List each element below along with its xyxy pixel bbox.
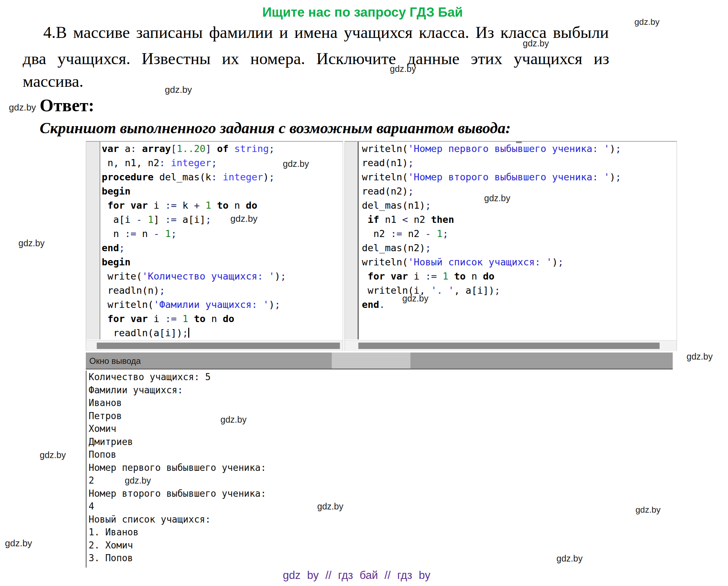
output-window-titlebar[interactable]: Окно вывода xyxy=(86,353,673,370)
code-editor-right-pane[interactable]: writeln('Номер первого выбывшего ученика… xyxy=(345,141,677,351)
gdz-watermark: gdz.by xyxy=(283,159,309,169)
output-line: 1. Иванов xyxy=(89,526,266,539)
code-line: end; xyxy=(102,241,286,255)
gdz-watermark: gdz.by xyxy=(5,538,32,549)
pascal-code-right: writeln('Номер первого выбывшего ученика… xyxy=(362,142,621,312)
output-window-title: Окно вывода xyxy=(89,356,141,366)
code-line: writeln(i, '. ', a[i]); xyxy=(362,283,621,298)
code-line: readln(n); xyxy=(102,283,286,298)
code-line: read(n1); xyxy=(362,156,621,170)
horizontal-scrollbar[interactable] xyxy=(345,340,677,351)
gdz-watermark: gdz.by xyxy=(402,293,429,304)
code-line: begin xyxy=(102,255,286,269)
gdz-watermark: gdz.by xyxy=(220,415,247,425)
code-line: writeln('Номер второго выбывшего ученика… xyxy=(362,170,621,184)
code-line: n := n - 1; xyxy=(102,227,286,241)
pascal-code-left: var a: array[1..20] of string; n, n1, n2… xyxy=(102,142,286,340)
code-line: del_mas(n2); xyxy=(362,241,621,255)
output-line: Номер второго выбывшего ученика: xyxy=(89,487,266,500)
code-line: writeln('Новый список учащихся: '); xyxy=(362,255,621,269)
output-line: Фамилии учащихся: xyxy=(89,384,266,397)
gdz-watermark: gdz.by xyxy=(165,84,192,95)
page-root: { "header": { "text": "Ищите нас по запр… xyxy=(0,0,728,586)
gdz-watermark: gdz.by xyxy=(9,102,36,113)
output-line: 4 xyxy=(89,500,266,513)
gdz-watermark: gdz.by xyxy=(687,351,713,362)
text-cursor xyxy=(188,328,189,338)
task-text-line: два учащихся. Известны их номера. Исключ… xyxy=(23,49,609,68)
code-line: procedure del_mas(k: integer); xyxy=(102,170,286,184)
code-line: write('Количество учащихся: '); xyxy=(102,269,286,283)
gdz-watermark: gdz.by xyxy=(634,17,660,27)
editor-gutter xyxy=(86,142,100,339)
output-line: Дмитриев xyxy=(89,435,266,449)
gdz-watermark: gdz.by xyxy=(556,553,583,564)
code-line: for var i := 1 to n do xyxy=(102,312,286,326)
answer-subtitle: Скриншот выполненного задания с возможны… xyxy=(40,119,511,137)
code-line: n, n1, n2: integer; xyxy=(102,156,286,170)
editor-gutter xyxy=(345,142,359,339)
footer-watermark-line: gdz by // гдз бай // гдз by xyxy=(283,569,430,582)
program-output-text: Количество учащихся: 5Фамилии учащихся:И… xyxy=(89,371,266,565)
code-line: end. xyxy=(362,298,621,312)
site-promo-header: Ищите нас по запросу ГДЗ Бай xyxy=(262,5,463,20)
scrollbar-thumb[interactable] xyxy=(358,343,660,349)
code-line: a[i - 1] := a[i]; xyxy=(102,213,286,227)
output-line: 2 xyxy=(89,474,266,487)
code-line: if n1 < n2 then xyxy=(362,213,621,227)
titlebar-light-segment xyxy=(332,353,410,368)
code-line: n2 := n2 - 1; xyxy=(362,227,621,241)
gdz-watermark: gdz.by xyxy=(125,475,151,486)
output-line: 2. Хомич xyxy=(89,539,266,552)
answer-label: Ответ: xyxy=(40,95,94,115)
output-line: Иванов xyxy=(89,396,266,410)
code-line: readln(a[i]); xyxy=(102,326,286,340)
code-line: for var i := 1 to n do xyxy=(362,269,621,283)
task-text-line: массива. xyxy=(23,72,83,91)
output-line: Новый список учащихся: xyxy=(89,513,266,526)
output-line: 3. Попов xyxy=(89,552,266,565)
code-line: writeln('Номер первого выбывшего ученика… xyxy=(362,142,621,156)
gdz-watermark: gdz.by xyxy=(484,193,510,203)
code-editor-left-pane[interactable]: var a: array[1..20] of string; n, n1, n2… xyxy=(86,141,343,351)
gdz-watermark: gdz.by xyxy=(230,213,258,224)
code-line: var a: array[1..20] of string; xyxy=(102,142,286,156)
output-line: Номер первого выбывшего ученика: xyxy=(89,461,266,474)
code-line: begin xyxy=(102,184,286,198)
gdz-watermark: gdz.by xyxy=(18,238,45,248)
gdz-watermark: gdz.by xyxy=(40,450,66,460)
horizontal-scrollbar[interactable] xyxy=(86,340,343,351)
scrollbar-thumb[interactable] xyxy=(97,343,340,349)
program-output-area[interactable]: Количество учащихся: 5Фамилии учащихся:И… xyxy=(86,371,673,568)
output-line: Количество учащихся: 5 xyxy=(89,371,266,384)
code-line: writeln('Фамилии учащихся: '); xyxy=(102,298,286,312)
gdz-watermark: gdz.by xyxy=(390,64,416,74)
gdz-watermark: gdz.by xyxy=(317,501,343,512)
code-line: for var i := k + 1 to n do xyxy=(102,198,286,213)
gdz-watermark: gdz.by xyxy=(523,38,549,49)
gdz-watermark: gdz.by xyxy=(635,505,661,515)
output-line: Попов xyxy=(89,448,266,461)
